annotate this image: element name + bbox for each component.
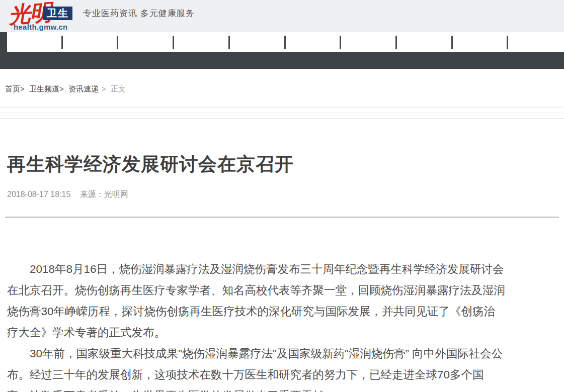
page-title: 再生科学经济发展研讨会在京召开 (7, 152, 557, 176)
breadcrumb-separator: > (20, 84, 25, 93)
breadcrumb-separator: > (59, 84, 64, 93)
publish-datetime: 2018-08-17 18:15 (7, 190, 70, 199)
breadcrumb-home[interactable]: 首页 (5, 84, 20, 93)
site-header: 光明 卫生 health.gmw.cn 专业医药资讯 多元健康服务 (0, 0, 564, 32)
breadcrumb-health-channel[interactable]: 卫生频道 (29, 84, 59, 93)
article-header: 再生科学经济发展研讨会在京召开 2018-08-17 18:15 来源：光明网 (7, 152, 557, 200)
nav-bar (7, 32, 564, 52)
nav-item[interactable] (7, 32, 63, 52)
nav-item[interactable] (453, 32, 509, 52)
article-body: 2018年8月16日，烧伤湿润暴露疗法及湿润烧伤膏发布三十周年纪念暨再生科学经济… (7, 259, 506, 392)
divider-line (0, 118, 564, 119)
breadcrumb-current-page: 正文 (111, 84, 126, 93)
breadcrumb: 首页> 卫生频道> 资讯速递> 正文 (0, 69, 564, 107)
nav-item[interactable] (63, 32, 119, 52)
nav-dark-band (0, 32, 564, 69)
health-channel-badge: 卫生 (43, 7, 72, 20)
nav-item[interactable] (341, 32, 397, 52)
nav-item[interactable] (174, 32, 230, 52)
title-divider (5, 217, 559, 218)
article-paragraph: 2018年8月16日，烧伤湿润暴露疗法及湿润烧伤膏发布三十周年纪念暨再生科学经济… (7, 259, 506, 343)
nav-item[interactable] (118, 32, 174, 52)
nav-item[interactable] (286, 32, 342, 52)
article-source: 来源：光明网 (80, 190, 128, 199)
nav-item[interactable] (230, 32, 286, 52)
article-paragraph: 30年前，国家级重大科技成果"烧伤湿润暴露疗法"及国家级新药"湿润烧伤膏” 向中… (7, 343, 506, 392)
site-domain: health.gmw.cn (14, 23, 68, 31)
site-tagline: 专业医药资讯 多元健康服务 (83, 8, 195, 19)
divider-line (0, 113, 564, 113)
nav-item[interactable] (397, 32, 453, 52)
breadcrumb-separator: > (102, 84, 106, 93)
divider-line (0, 107, 564, 108)
nav-item[interactable] (508, 32, 564, 52)
article-meta: 2018-08-17 18:15 来源：光明网 (7, 189, 557, 200)
breadcrumb-news-express[interactable]: 资讯速递 (68, 84, 99, 93)
site-logo[interactable]: 光明 卫生 health.gmw.cn (9, 1, 82, 31)
